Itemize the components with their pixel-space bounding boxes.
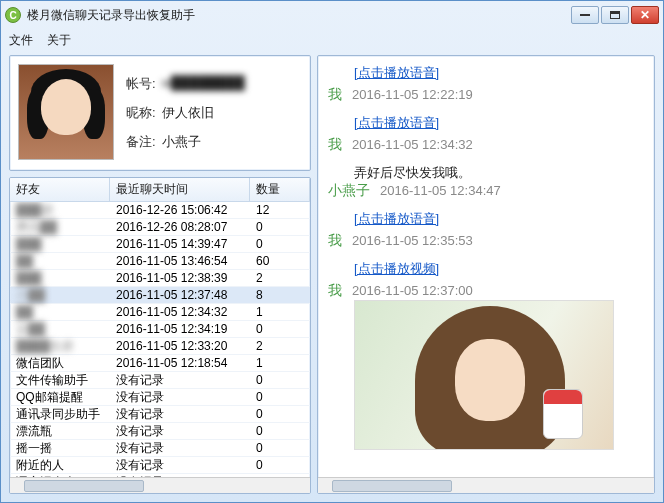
cell-count: 0 bbox=[250, 389, 310, 405]
table-row[interactable]: ███群2016-12-26 15:06:4212 bbox=[10, 202, 310, 219]
chat-horizontal-scrollbar[interactable] bbox=[318, 477, 654, 493]
chat-body[interactable]: [点击播放语音]我2016-11-05 12:22:19[点击播放语音]我201… bbox=[318, 56, 654, 477]
cell-time: 没有记录 bbox=[110, 440, 250, 456]
minimize-button[interactable] bbox=[571, 6, 599, 24]
col-count[interactable]: 数量 bbox=[250, 178, 310, 201]
table-row[interactable]: ███2016-11-05 14:39:470 bbox=[10, 236, 310, 253]
play-voice-link[interactable]: [点击播放语音] bbox=[354, 210, 439, 228]
app-window: C 楼月微信聊天记录导出恢复助手 ✕ 文件 关于 帐号:w████████ 昵称… bbox=[0, 0, 664, 503]
chat-message: [点击播放语音]我2016-11-05 12:22:19 bbox=[328, 64, 640, 104]
message-sender: 我 bbox=[328, 232, 342, 250]
cell-friend: ███ bbox=[10, 270, 110, 286]
cell-friend: ███群 bbox=[10, 202, 110, 218]
menubar: 文件 关于 bbox=[1, 29, 663, 51]
table-row[interactable]: QQ邮箱提醒没有记录0 bbox=[10, 389, 310, 406]
chat-panel: [点击播放语音]我2016-11-05 12:22:19[点击播放语音]我201… bbox=[317, 55, 655, 494]
table-row[interactable]: 文件传输助手没有记录0 bbox=[10, 372, 310, 389]
table-row[interactable]: 微信团队2016-11-05 12:18:541 bbox=[10, 355, 310, 372]
cell-time: 2016-11-05 12:37:48 bbox=[110, 287, 250, 303]
cell-count: 0 bbox=[250, 219, 310, 235]
cell-friend: 文件传输助手 bbox=[10, 372, 110, 388]
titlebar[interactable]: C 楼月微信聊天记录导出恢复助手 ✕ bbox=[1, 1, 663, 29]
cell-friend: 腾讯██ bbox=[10, 219, 110, 235]
play-voice-link[interactable]: [点击播放语音] bbox=[354, 64, 439, 82]
message-sender: 我 bbox=[328, 282, 342, 300]
cell-time: 2016-12-26 15:06:42 bbox=[110, 202, 250, 218]
table-row[interactable]: ██2016-11-05 13:46:5460 bbox=[10, 253, 310, 270]
cell-count: 0 bbox=[250, 321, 310, 337]
video-thumbnail[interactable] bbox=[354, 300, 614, 450]
cell-time: 2016-12-26 08:28:07 bbox=[110, 219, 250, 235]
cell-count: 0 bbox=[250, 457, 310, 473]
cell-count: 0 bbox=[250, 372, 310, 388]
cell-friend: 通讯录同步助手 bbox=[10, 406, 110, 422]
menu-file[interactable]: 文件 bbox=[9, 32, 33, 49]
table-body[interactable]: ███群2016-12-26 15:06:4212腾讯██2016-12-26 … bbox=[10, 202, 310, 477]
menu-about[interactable]: 关于 bbox=[47, 32, 71, 49]
cell-time: 2016-11-05 12:33:20 bbox=[110, 338, 250, 354]
horizontal-scrollbar[interactable] bbox=[10, 477, 310, 493]
message-sender: 我 bbox=[328, 86, 342, 104]
col-friend[interactable]: 好友 bbox=[10, 178, 110, 201]
cell-time: 没有记录 bbox=[110, 423, 250, 439]
cell-count: 8 bbox=[250, 287, 310, 303]
chat-message: 弄好后尽快发我哦。小燕子2016-11-05 12:34:47 bbox=[328, 164, 640, 200]
cell-time: 2016-11-05 12:34:19 bbox=[110, 321, 250, 337]
message-sender: 我 bbox=[328, 136, 342, 154]
nick-label: 昵称: bbox=[126, 104, 156, 122]
play-voice-link[interactable]: [点击播放语音] bbox=[354, 114, 439, 132]
friends-table: 好友 最近聊天时间 数量 ███群2016-12-26 15:06:4212腾讯… bbox=[9, 177, 311, 494]
cell-friend: ██ bbox=[10, 253, 110, 269]
nick-value: 伊人依旧 bbox=[162, 104, 214, 122]
cell-friend: 漂流瓶 bbox=[10, 423, 110, 439]
avatar bbox=[18, 64, 114, 160]
cell-friend: ████生群 bbox=[10, 338, 110, 354]
cell-time: 没有记录 bbox=[110, 389, 250, 405]
table-row[interactable]: ████生群2016-11-05 12:33:202 bbox=[10, 338, 310, 355]
table-row[interactable]: 小██2016-11-05 12:37:488 bbox=[10, 287, 310, 304]
table-row[interactable]: ██2016-11-05 12:34:321 bbox=[10, 304, 310, 321]
table-row[interactable]: 漂流瓶没有记录0 bbox=[10, 423, 310, 440]
maximize-button[interactable] bbox=[601, 6, 629, 24]
table-row[interactable]: 议██2016-11-05 12:34:190 bbox=[10, 321, 310, 338]
cell-friend: 附近的人 bbox=[10, 457, 110, 473]
cell-friend: 摇一摇 bbox=[10, 440, 110, 456]
table-row[interactable]: 通讯录同步助手没有记录0 bbox=[10, 406, 310, 423]
cell-time: 没有记录 bbox=[110, 406, 250, 422]
cell-friend: ██ bbox=[10, 304, 110, 320]
col-time[interactable]: 最近聊天时间 bbox=[110, 178, 250, 201]
cell-time: 2016-11-05 12:34:32 bbox=[110, 304, 250, 320]
cell-friend: 小██ bbox=[10, 287, 110, 303]
chat-message: [点击播放语音]我2016-11-05 12:34:32 bbox=[328, 114, 640, 154]
close-button[interactable]: ✕ bbox=[631, 6, 659, 24]
table-row[interactable]: ███2016-11-05 12:38:392 bbox=[10, 270, 310, 287]
cell-count: 60 bbox=[250, 253, 310, 269]
chat-message: [点击播放视频]我2016-11-05 12:37:00 bbox=[328, 260, 640, 450]
account-value: w████████ bbox=[162, 75, 245, 93]
cell-friend: 议██ bbox=[10, 321, 110, 337]
cell-count: 2 bbox=[250, 270, 310, 286]
cell-friend: 微信团队 bbox=[10, 355, 110, 371]
cell-count: 1 bbox=[250, 304, 310, 320]
message-sender: 小燕子 bbox=[328, 182, 370, 200]
cell-time: 没有记录 bbox=[110, 372, 250, 388]
table-row[interactable]: 附近的人没有记录0 bbox=[10, 457, 310, 474]
table-row[interactable]: 腾讯██2016-12-26 08:28:070 bbox=[10, 219, 310, 236]
cell-time: 2016-11-05 13:46:54 bbox=[110, 253, 250, 269]
cell-time: 2016-11-05 12:38:39 bbox=[110, 270, 250, 286]
table-header: 好友 最近聊天时间 数量 bbox=[10, 178, 310, 202]
message-text: 弄好后尽快发我哦。 bbox=[354, 164, 640, 182]
message-timestamp: 2016-11-05 12:37:00 bbox=[352, 283, 473, 298]
play-video-link[interactable]: [点击播放视频] bbox=[354, 260, 439, 278]
cell-count: 2 bbox=[250, 338, 310, 354]
remark-value: 小燕子 bbox=[162, 133, 201, 151]
cell-count: 0 bbox=[250, 440, 310, 456]
cell-count: 1 bbox=[250, 355, 310, 371]
cell-time: 2016-11-05 14:39:47 bbox=[110, 236, 250, 252]
cell-friend: QQ邮箱提醒 bbox=[10, 389, 110, 405]
message-timestamp: 2016-11-05 12:22:19 bbox=[352, 87, 473, 102]
cell-count: 0 bbox=[250, 236, 310, 252]
table-row[interactable]: 摇一摇没有记录0 bbox=[10, 440, 310, 457]
message-timestamp: 2016-11-05 12:34:47 bbox=[380, 183, 501, 198]
app-icon: C bbox=[5, 7, 21, 23]
